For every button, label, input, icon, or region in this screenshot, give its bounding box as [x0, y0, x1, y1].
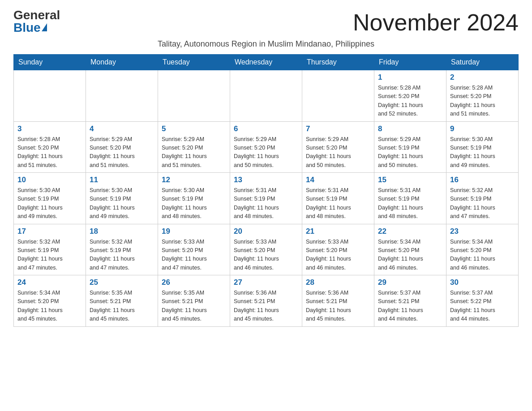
logo: General Blue [13, 9, 60, 34]
calendar-header-thursday: Thursday [302, 55, 374, 70]
day-info: Sunrise: 5:34 AMSunset: 5:20 PMDaylight:… [378, 238, 442, 273]
calendar-cell: 29Sunrise: 5:37 AMSunset: 5:21 PMDayligh… [374, 275, 446, 327]
day-info: Sunrise: 5:37 AMSunset: 5:21 PMDaylight:… [378, 289, 442, 324]
day-info: Sunrise: 5:32 AMSunset: 5:19 PMDaylight:… [17, 238, 82, 273]
logo-blue-text: Blue [13, 21, 47, 34]
calendar-cell [302, 70, 374, 122]
calendar-cell: 18Sunrise: 5:32 AMSunset: 5:19 PMDayligh… [86, 224, 158, 275]
calendar-header-row: SundayMondayTuesdayWednesdayThursdayFrid… [14, 55, 519, 70]
day-info: Sunrise: 5:29 AMSunset: 5:20 PMDaylight:… [234, 135, 298, 170]
day-number: 17 [17, 227, 82, 236]
calendar-header-monday: Monday [86, 55, 158, 70]
calendar-week-row: 10Sunrise: 5:30 AMSunset: 5:19 PMDayligh… [14, 173, 519, 224]
calendar-header-friday: Friday [374, 55, 446, 70]
day-number: 10 [17, 176, 82, 184]
calendar-cell: 21Sunrise: 5:33 AMSunset: 5:20 PMDayligh… [302, 224, 374, 275]
calendar-cell: 15Sunrise: 5:31 AMSunset: 5:19 PMDayligh… [374, 173, 446, 224]
day-info: Sunrise: 5:34 AMSunset: 5:20 PMDaylight:… [17, 289, 82, 324]
calendar-cell: 12Sunrise: 5:30 AMSunset: 5:19 PMDayligh… [158, 173, 230, 224]
day-info: Sunrise: 5:36 AMSunset: 5:21 PMDaylight:… [234, 289, 298, 324]
day-number: 9 [450, 124, 515, 133]
day-info: Sunrise: 5:28 AMSunset: 5:20 PMDaylight:… [378, 84, 442, 119]
day-number: 12 [162, 176, 226, 184]
logo-general-text: General [13, 9, 60, 21]
calendar-cell: 10Sunrise: 5:30 AMSunset: 5:19 PMDayligh… [14, 173, 86, 224]
calendar-cell: 2Sunrise: 5:28 AMSunset: 5:20 PMDaylight… [446, 70, 519, 122]
calendar-cell: 28Sunrise: 5:36 AMSunset: 5:21 PMDayligh… [302, 275, 374, 327]
calendar-cell: 3Sunrise: 5:28 AMSunset: 5:20 PMDaylight… [14, 121, 86, 173]
calendar-cell: 14Sunrise: 5:31 AMSunset: 5:19 PMDayligh… [302, 173, 374, 224]
day-info: Sunrise: 5:28 AMSunset: 5:20 PMDaylight:… [17, 135, 82, 170]
day-info: Sunrise: 5:33 AMSunset: 5:20 PMDaylight:… [162, 238, 226, 273]
day-number: 26 [162, 278, 226, 287]
day-info: Sunrise: 5:30 AMSunset: 5:19 PMDaylight:… [450, 135, 515, 170]
day-number: 18 [90, 227, 154, 236]
calendar-cell: 9Sunrise: 5:30 AMSunset: 5:19 PMDaylight… [446, 121, 519, 173]
month-title: November 2024 [353, 9, 519, 36]
day-number: 22 [378, 227, 442, 236]
calendar-cell: 19Sunrise: 5:33 AMSunset: 5:20 PMDayligh… [158, 224, 230, 275]
calendar-cell: 25Sunrise: 5:35 AMSunset: 5:21 PMDayligh… [86, 275, 158, 327]
day-number: 15 [378, 176, 442, 184]
day-number: 16 [450, 176, 515, 184]
calendar-cell: 4Sunrise: 5:29 AMSunset: 5:20 PMDaylight… [86, 121, 158, 173]
day-number: 6 [234, 124, 298, 133]
day-number: 14 [306, 176, 370, 184]
logo-triangle-icon [42, 23, 47, 31]
calendar-cell: 22Sunrise: 5:34 AMSunset: 5:20 PMDayligh… [374, 224, 446, 275]
calendar-header-wednesday: Wednesday [230, 55, 302, 70]
calendar-cell: 17Sunrise: 5:32 AMSunset: 5:19 PMDayligh… [14, 224, 86, 275]
calendar-cell: 27Sunrise: 5:36 AMSunset: 5:21 PMDayligh… [230, 275, 302, 327]
day-info: Sunrise: 5:30 AMSunset: 5:19 PMDaylight:… [90, 186, 154, 221]
day-info: Sunrise: 5:33 AMSunset: 5:20 PMDaylight:… [306, 238, 370, 273]
day-number: 1 [378, 73, 442, 82]
calendar-cell [86, 70, 158, 122]
calendar-cell: 30Sunrise: 5:37 AMSunset: 5:22 PMDayligh… [446, 275, 519, 327]
day-info: Sunrise: 5:35 AMSunset: 5:21 PMDaylight:… [90, 289, 154, 324]
calendar-cell [14, 70, 86, 122]
day-info: Sunrise: 5:34 AMSunset: 5:20 PMDaylight:… [450, 238, 515, 273]
day-info: Sunrise: 5:31 AMSunset: 5:19 PMDaylight:… [378, 186, 442, 221]
day-number: 19 [162, 227, 226, 236]
calendar-cell [158, 70, 230, 122]
calendar-cell: 16Sunrise: 5:32 AMSunset: 5:19 PMDayligh… [446, 173, 519, 224]
day-number: 29 [378, 278, 442, 287]
subtitle: Talitay, Autonomous Region in Muslim Min… [13, 39, 519, 49]
calendar-cell: 7Sunrise: 5:29 AMSunset: 5:20 PMDaylight… [302, 121, 374, 173]
day-info: Sunrise: 5:36 AMSunset: 5:21 PMDaylight:… [306, 289, 370, 324]
calendar-cell: 1Sunrise: 5:28 AMSunset: 5:20 PMDaylight… [374, 70, 446, 122]
day-number: 24 [17, 278, 82, 287]
calendar-week-row: 24Sunrise: 5:34 AMSunset: 5:20 PMDayligh… [14, 275, 519, 327]
calendar-cell: 5Sunrise: 5:29 AMSunset: 5:20 PMDaylight… [158, 121, 230, 173]
day-info: Sunrise: 5:30 AMSunset: 5:19 PMDaylight:… [17, 186, 82, 221]
day-number: 4 [90, 124, 154, 133]
calendar-cell: 26Sunrise: 5:35 AMSunset: 5:21 PMDayligh… [158, 275, 230, 327]
day-number: 28 [306, 278, 370, 287]
day-info: Sunrise: 5:29 AMSunset: 5:20 PMDaylight:… [162, 135, 226, 170]
day-info: Sunrise: 5:35 AMSunset: 5:21 PMDaylight:… [162, 289, 226, 324]
calendar-cell: 24Sunrise: 5:34 AMSunset: 5:20 PMDayligh… [14, 275, 86, 327]
day-info: Sunrise: 5:30 AMSunset: 5:19 PMDaylight:… [162, 186, 226, 221]
day-number: 3 [17, 124, 82, 133]
calendar-cell: 6Sunrise: 5:29 AMSunset: 5:20 PMDaylight… [230, 121, 302, 173]
day-number: 5 [162, 124, 226, 133]
day-info: Sunrise: 5:28 AMSunset: 5:20 PMDaylight:… [450, 84, 515, 119]
calendar-table: SundayMondayTuesdayWednesdayThursdayFrid… [13, 54, 519, 327]
day-number: 27 [234, 278, 298, 287]
calendar-week-row: 17Sunrise: 5:32 AMSunset: 5:19 PMDayligh… [14, 224, 519, 275]
calendar-cell [230, 70, 302, 122]
day-number: 20 [234, 227, 298, 236]
day-number: 25 [90, 278, 154, 287]
calendar-cell: 13Sunrise: 5:31 AMSunset: 5:19 PMDayligh… [230, 173, 302, 224]
calendar-header-tuesday: Tuesday [158, 55, 230, 70]
calendar-cell: 20Sunrise: 5:33 AMSunset: 5:20 PMDayligh… [230, 224, 302, 275]
day-info: Sunrise: 5:31 AMSunset: 5:19 PMDaylight:… [234, 186, 298, 221]
day-number: 2 [450, 73, 515, 82]
day-info: Sunrise: 5:37 AMSunset: 5:22 PMDaylight:… [450, 289, 515, 324]
day-number: 13 [234, 176, 298, 184]
calendar-cell: 23Sunrise: 5:34 AMSunset: 5:20 PMDayligh… [446, 224, 519, 275]
calendar-week-row: 3Sunrise: 5:28 AMSunset: 5:20 PMDaylight… [14, 121, 519, 173]
day-info: Sunrise: 5:29 AMSunset: 5:20 PMDaylight:… [306, 135, 370, 170]
day-number: 8 [378, 124, 442, 133]
calendar-week-row: 1Sunrise: 5:28 AMSunset: 5:20 PMDaylight… [14, 70, 519, 122]
